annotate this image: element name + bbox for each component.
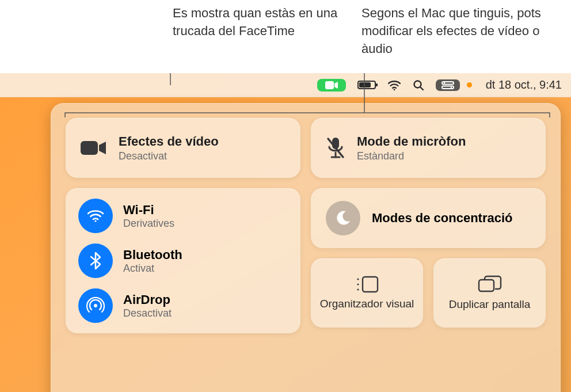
- menubar-clock[interactable]: dt 18 oct., 9:41: [486, 73, 562, 97]
- wifi-icon: [387, 80, 401, 90]
- callout-effects: Segons el Mac que tinguis, pots modifica…: [361, 5, 569, 58]
- video-effects-title: Efectes de vídeo: [119, 134, 219, 149]
- wifi-menubar-item[interactable]: [387, 73, 401, 97]
- bluetooth-status: Activat: [123, 262, 182, 275]
- screen-mirroring-icon: [478, 275, 502, 294]
- facetime-menubar-item[interactable]: [317, 73, 346, 97]
- svg-rect-0: [325, 81, 334, 89]
- focus-tile[interactable]: Modes de concentració: [311, 188, 546, 248]
- airdrop-title: AirDrop: [123, 292, 172, 307]
- svg-rect-7: [81, 141, 98, 155]
- video-effects-tile[interactable]: Efectes de vídeo Desactivat: [66, 118, 300, 178]
- video-camera-icon: [81, 139, 107, 157]
- mic-mode-title: Mode de micròfon: [357, 134, 466, 149]
- video-camera-icon: [325, 81, 338, 89]
- svg-point-11: [94, 304, 97, 307]
- svg-rect-15: [363, 277, 378, 292]
- mic-mode-tile[interactable]: Mode de micròfon Estàndard: [311, 118, 546, 178]
- svg-point-4: [443, 82, 445, 83]
- wifi-title: Wi-Fi: [123, 203, 174, 218]
- stage-manager-tile[interactable]: Organitzador visual: [311, 258, 423, 328]
- battery-menubar-item[interactable]: [357, 73, 376, 97]
- control-center-icon: [441, 81, 454, 89]
- svg-point-6: [450, 86, 452, 88]
- stage-manager-label: Organitzador visual: [320, 298, 414, 310]
- moon-icon: [326, 201, 360, 235]
- menu-bar: dt 18 oct., 9:41: [0, 73, 571, 97]
- svg-point-12: [357, 278, 359, 280]
- svg-point-14: [357, 288, 359, 290]
- airdrop-icon: [78, 288, 113, 323]
- spotlight-menubar-item[interactable]: [413, 73, 424, 97]
- wifi-row[interactable]: Wi-Fi Derivatives: [78, 199, 288, 233]
- control-center-menubar-item[interactable]: [436, 73, 460, 97]
- bluetooth-row[interactable]: Bluetooth Activat: [78, 243, 288, 278]
- video-effects-status: Desactivat: [119, 150, 219, 162]
- svg-rect-16: [479, 280, 494, 291]
- battery-icon: [357, 81, 376, 89]
- search-icon: [413, 79, 424, 91]
- airdrop-status: Desactivat: [123, 307, 172, 319]
- bluetooth-icon: [78, 243, 113, 278]
- wifi-status: Derivatives: [123, 218, 174, 230]
- airdrop-row[interactable]: AirDrop Desactivat: [78, 288, 288, 323]
- svg-point-13: [357, 283, 359, 285]
- screen-mirroring-label: Duplicar pantalla: [449, 298, 531, 311]
- mic-mode-status: Estàndard: [357, 150, 466, 162]
- control-center-panel: Efectes de vídeo Desactivat Mode de micr…: [51, 103, 561, 392]
- stage-manager-icon: [356, 276, 379, 293]
- bluetooth-title: Bluetooth: [123, 248, 182, 262]
- callout-facetime: Es mostra quan estàs en una trucada del …: [173, 5, 363, 40]
- mic-muted-icon: [326, 136, 345, 159]
- screen-mirroring-tile[interactable]: Duplicar pantalla: [433, 258, 546, 328]
- privacy-indicator-dot: [467, 82, 472, 87]
- svg-point-10: [94, 220, 96, 222]
- connectivity-tile: Wi-Fi Derivatives Bluetooth Activat: [66, 188, 300, 333]
- focus-title: Modes de concentració: [372, 211, 513, 226]
- svg-point-1: [393, 89, 395, 90]
- wifi-icon: [78, 199, 113, 233]
